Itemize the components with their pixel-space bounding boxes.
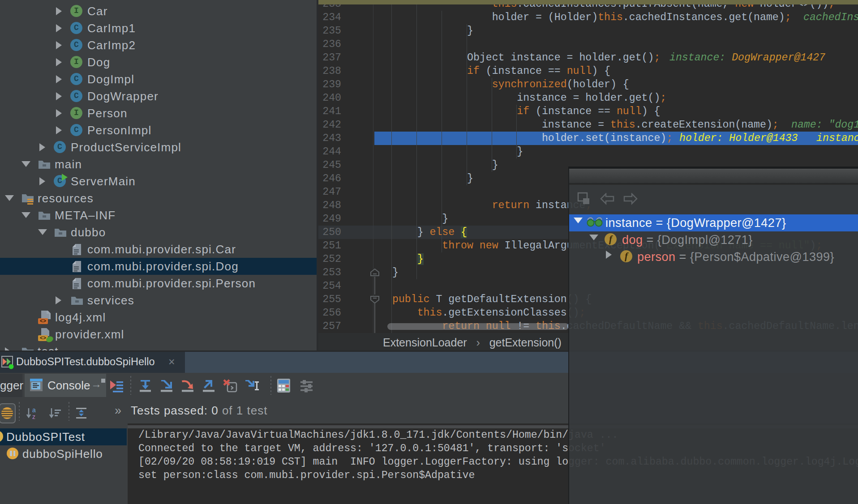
svg-text:z: z — [32, 413, 35, 420]
svg-text:a: a — [32, 406, 36, 414]
svg-text:<>: <> — [40, 318, 46, 325]
svg-text:<>: <> — [40, 335, 46, 342]
